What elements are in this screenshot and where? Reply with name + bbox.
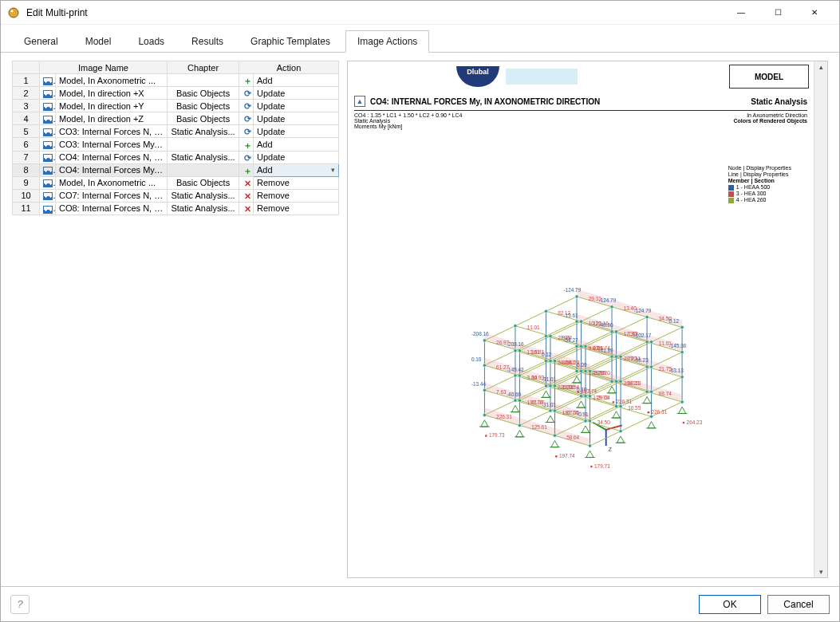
preview-scrollbar[interactable]: ▴ ▾ <box>814 61 827 577</box>
print-preview: Dlubal MODEL ▲ CO4: INTERNAL FORCES My, … <box>348 61 814 577</box>
add-icon: ＋ <box>243 140 252 150</box>
action-cell[interactable]: Update▾ <box>254 87 339 100</box>
action-cell[interactable]: Remove▾ <box>254 202 339 215</box>
help-button[interactable]: ? <box>10 595 30 614</box>
chevron-down-icon[interactable]: ▾ <box>331 166 335 174</box>
table-row[interactable]: 7CO4: Internal Forces N, I...Static Anal… <box>13 151 339 163</box>
image-name-cell[interactable]: CO8: Internal Forces N, I... <box>56 202 168 215</box>
action-cell[interactable]: Add▾ <box>254 163 339 176</box>
action-cell[interactable]: Update▾ <box>254 125 339 138</box>
svg-text:226.31: 226.31 <box>617 399 633 404</box>
action-cell[interactable]: Update▾ <box>254 151 339 163</box>
image-name-cell[interactable]: CO3: Internal Forces N, I... <box>56 125 168 138</box>
svg-text:-13.44: -13.44 <box>471 381 487 387</box>
image-actions-table[interactable]: Image Name Chapter Action 1Model, In Axo… <box>12 61 339 215</box>
tab-general[interactable]: General <box>12 30 70 53</box>
svg-point-168 <box>584 344 587 348</box>
row-number: 3 <box>13 100 40 112</box>
action-cell[interactable]: Add▾ <box>254 138 339 151</box>
image-icon-cell <box>40 138 56 151</box>
col-header-rownum <box>13 61 40 74</box>
svg-point-125 <box>588 444 591 447</box>
svg-text:58.64: 58.64 <box>566 435 579 440</box>
tab-loads[interactable]: Loads <box>126 30 176 53</box>
svg-point-259 <box>555 455 558 458</box>
image-name-cell[interactable]: CO4: Internal Forces N, I... <box>56 151 168 163</box>
chapter-cell[interactable]: Static Analysis... <box>168 151 239 163</box>
scroll-down-icon[interactable]: ▾ <box>819 568 823 576</box>
table-row[interactable]: 2Model, In direction +XBasic Objects⟳Upd… <box>13 87 339 100</box>
image-icon <box>43 90 53 98</box>
svg-point-130 <box>610 355 613 358</box>
action-cell[interactable]: Add▾ <box>254 74 339 87</box>
scroll-up-icon[interactable]: ▴ <box>819 63 823 71</box>
ok-button[interactable]: OK <box>699 595 761 614</box>
action-cell[interactable]: Remove▾ <box>254 176 339 189</box>
chapter-cell[interactable]: Basic Objects <box>168 100 239 112</box>
col-header-chapter[interactable]: Chapter <box>168 61 239 74</box>
svg-point-143 <box>544 334 547 337</box>
svg-point-157 <box>588 395 591 398</box>
chapter-cell[interactable] <box>168 74 239 87</box>
svg-point-1 <box>11 10 14 12</box>
col-header-action[interactable]: Action <box>239 61 339 74</box>
table-row[interactable]: 5CO3: Internal Forces N, I...Static Anal… <box>13 125 339 138</box>
table-row[interactable]: 1Model, In Axonometric ...＋Add▾ <box>13 74 339 87</box>
minimize-button[interactable]: — <box>723 1 759 25</box>
image-icon <box>43 128 53 136</box>
image-name-cell[interactable]: Model, In direction +Z <box>56 112 168 125</box>
image-name-cell[interactable]: Model, In direction +Y <box>56 100 168 112</box>
image-name-cell[interactable]: Model, In direction +X <box>56 87 168 100</box>
chapter-cell[interactable]: Basic Objects <box>168 176 239 189</box>
chapter-cell[interactable]: Basic Objects <box>168 112 239 125</box>
image-icon <box>43 167 53 175</box>
svg-point-127 <box>544 360 547 363</box>
table-row[interactable]: 3Model, In direction +YBasic Objects⟳Upd… <box>13 100 339 112</box>
svg-point-142 <box>575 320 578 323</box>
svg-text:-31.01: -31.01 <box>542 402 557 407</box>
maximize-button[interactable]: ☐ <box>759 1 796 25</box>
image-name-cell[interactable]: Model, In Axonometric ... <box>56 74 168 87</box>
svg-text:226.31: 226.31 <box>652 409 668 415</box>
table-row[interactable]: 6CO3: Internal Forces My, ...＋Add▾ <box>13 138 339 151</box>
table-row[interactable]: 10CO7: Internal Forces N, I...Static Ana… <box>13 189 339 202</box>
action-cell[interactable]: Remove▾ <box>254 189 339 202</box>
table-row[interactable]: 9Model, In Axonometric ...Basic Objects✕… <box>13 176 339 189</box>
svg-text:34.50: 34.50 <box>597 419 610 425</box>
update-icon: ⟳ <box>243 114 252 124</box>
image-name-cell[interactable]: Model, In Axonometric ... <box>56 176 168 189</box>
svg-point-155 <box>649 365 653 368</box>
cancel-button[interactable]: Cancel <box>767 595 830 614</box>
tab-image-actions[interactable]: Image Actions <box>345 30 429 53</box>
image-name-cell[interactable]: CO3: Internal Forces My, ... <box>56 138 168 151</box>
action-icon-cell: ⟳ <box>239 87 254 100</box>
chapter-cell[interactable] <box>168 138 239 151</box>
tab-graphic-templates[interactable]: Graphic Templates <box>239 30 342 53</box>
svg-point-131 <box>579 369 582 372</box>
action-cell[interactable]: Update▾ <box>254 100 339 112</box>
svg-point-120 <box>584 419 587 423</box>
tab-results[interactable]: Results <box>179 30 235 53</box>
image-icon-cell <box>40 100 56 112</box>
svg-point-118 <box>645 390 649 393</box>
image-name-cell[interactable]: CO7: Internal Forces N, I... <box>56 189 168 202</box>
chapter-cell[interactable]: Static Analysis... <box>168 125 239 138</box>
svg-text:-208.16: -208.16 <box>471 331 489 337</box>
update-icon: ⟳ <box>243 153 252 163</box>
close-button[interactable]: ✕ <box>796 1 833 25</box>
chapter-cell[interactable]: Static Analysis... <box>168 202 239 215</box>
svg-marker-100 <box>551 440 558 447</box>
svg-point-122 <box>680 400 684 404</box>
image-icon <box>43 103 53 111</box>
col-header-image-name[interactable]: Image Name <box>40 61 168 74</box>
svg-point-148 <box>549 360 552 363</box>
chapter-cell[interactable] <box>168 163 239 176</box>
tab-model[interactable]: Model <box>73 30 124 53</box>
table-row[interactable]: 8CO4: Internal Forces My, ...＋Add▾ <box>13 163 339 176</box>
image-name-cell[interactable]: CO4: Internal Forces My, ... <box>56 163 168 176</box>
chapter-cell[interactable]: Static Analysis... <box>168 189 239 202</box>
chapter-cell[interactable]: Basic Objects <box>168 87 239 100</box>
action-cell[interactable]: Update▾ <box>254 112 339 125</box>
table-row[interactable]: 11CO8: Internal Forces N, I...Static Ana… <box>13 202 339 215</box>
table-row[interactable]: 4Model, In direction +ZBasic Objects⟳Upd… <box>13 112 339 125</box>
